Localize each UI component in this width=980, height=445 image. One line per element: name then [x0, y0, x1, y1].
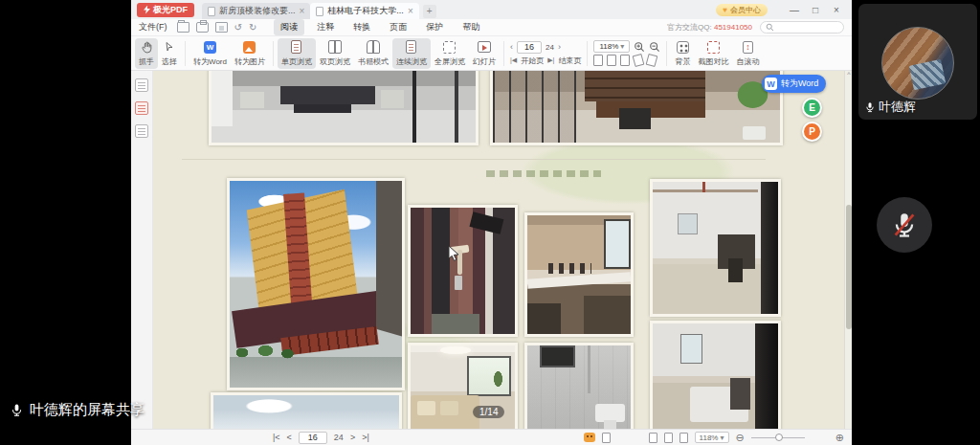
convert-to-word-button[interactable]: W 转为Word — [189, 38, 231, 69]
screen-share-text: 叶德辉的屏幕共享 — [30, 401, 145, 419]
next-page-button[interactable]: › — [558, 42, 561, 52]
zoom-out-icon[interactable] — [649, 41, 660, 53]
continuous-view-button[interactable]: 连续浏览 — [392, 38, 431, 69]
outline-panel-icon[interactable] — [135, 78, 148, 92]
app-logo-label: 极光PDF — [153, 4, 188, 16]
toolbar-divider — [273, 41, 274, 66]
maximize-button[interactable]: □ — [808, 5, 823, 15]
thumbnails-panel-icon[interactable] — [135, 101, 148, 115]
select-tool-label: 选择 — [162, 56, 177, 67]
menu-tab-page[interactable]: 页面 — [383, 19, 413, 35]
double-page-view-icon[interactable] — [664, 433, 673, 443]
zoom-in-icon[interactable] — [634, 41, 645, 53]
convert-to-image-button[interactable]: 转为图片 — [231, 38, 269, 69]
zoom-level-select[interactable]: 118% ▾ — [695, 432, 729, 443]
single-page-view-icon[interactable] — [649, 433, 657, 443]
minimize-button[interactable]: — — [787, 5, 802, 15]
page-tool-icon[interactable] — [593, 55, 603, 66]
title-bar: 极光PDF 新房顶楼装修改要... × 桂林电子科技大学... × + ♥ 会员… — [131, 0, 852, 19]
first-page-icon[interactable]: |◀ — [510, 56, 517, 64]
close-tab-icon[interactable]: × — [300, 6, 305, 16]
photo-shape — [604, 219, 631, 269]
book-mode-button[interactable]: 书籍模式 — [354, 38, 392, 69]
page-tool-icon[interactable] — [607, 55, 616, 66]
background-button[interactable]: 背景 — [671, 38, 694, 69]
background-label: 背景 — [675, 56, 690, 67]
save-icon[interactable] — [215, 22, 228, 33]
continuous-view-icon[interactable] — [679, 433, 688, 443]
previous-page-button[interactable]: ‹ — [510, 42, 513, 52]
zoom-in-button[interactable]: ⊕ — [835, 432, 844, 444]
microphone-muted-button[interactable] — [877, 197, 932, 253]
next-page-button[interactable]: > — [350, 433, 355, 442]
previous-page-button[interactable]: < — [287, 433, 292, 442]
book-icon — [367, 40, 380, 55]
photo-shape — [588, 345, 590, 393]
vertical-scrollbar[interactable]: ^ — [844, 71, 852, 429]
photo-shape — [548, 263, 591, 274]
menu-tab-protect[interactable]: 保护 — [419, 19, 450, 35]
fullscreen-view-button[interactable]: 全屏浏览 — [431, 38, 469, 69]
convert-to-word-floating-button[interactable]: W 转为Word — [762, 75, 826, 93]
bookmarks-panel-icon[interactable] — [135, 124, 148, 138]
word-badge: W — [765, 78, 777, 90]
convert-to-excel-floating-button[interactable]: E — [802, 98, 822, 118]
menu-tab-annotate[interactable]: 注释 — [310, 19, 341, 35]
start-page-label[interactable]: 开始页 — [521, 56, 544, 66]
photo-shape — [596, 101, 705, 118]
menu-file[interactable]: 文件(F) — [139, 21, 167, 33]
page-tool-icon[interactable] — [620, 55, 630, 66]
open-folder-icon[interactable] — [177, 22, 189, 33]
member-center-button[interactable]: ♥ 会员中心 — [716, 4, 768, 16]
select-tool-button[interactable]: 选择 — [158, 38, 181, 69]
close-tab-icon[interactable]: × — [408, 6, 413, 16]
rotate-left-icon[interactable] — [633, 54, 645, 67]
menu-tab-help[interactable]: 帮助 — [456, 19, 486, 35]
page-number-input[interactable]: 16 — [517, 41, 542, 54]
first-page-button[interactable]: |< — [273, 433, 280, 442]
document-icon — [316, 7, 323, 16]
single-page-view-button[interactable]: 单页浏览 — [278, 38, 316, 69]
photo-shape — [213, 395, 399, 429]
auto-scroll-icon: ↕ — [743, 40, 753, 55]
zoom-level-select[interactable]: 118% ▾ — [593, 40, 630, 53]
assistant-icon[interactable] — [584, 433, 595, 442]
search-input[interactable] — [760, 21, 844, 33]
page-info-icon[interactable] — [602, 433, 611, 443]
convert-to-ppt-floating-button[interactable]: P — [802, 122, 822, 142]
print-icon[interactable] — [196, 22, 209, 33]
participant-video-tile[interactable]: 叶德辉 — [858, 4, 977, 120]
document-tab-1[interactable]: 新房顶楼装修改要... × — [202, 3, 310, 19]
last-page-icon[interactable]: ▶| — [547, 56, 554, 64]
zoom-out-button[interactable]: ⊖ — [736, 432, 745, 444]
photo-shape — [280, 86, 375, 105]
scrollbar-thumb[interactable] — [846, 205, 852, 329]
close-button[interactable]: × — [829, 5, 844, 15]
grab-tool-button[interactable]: 抓手 — [135, 38, 158, 69]
page-number-input[interactable]: 16 — [299, 432, 327, 444]
zoom-slider-knob[interactable] — [775, 434, 783, 441]
photo-sky — [211, 392, 402, 429]
new-tab-button[interactable]: + — [423, 5, 436, 18]
menu-tab-read[interactable]: 阅读 — [274, 19, 304, 35]
end-page-label[interactable]: 结束页 — [558, 56, 581, 66]
slideshow-button[interactable]: 幻灯片 — [469, 38, 500, 69]
undo-icon[interactable]: ↺ — [234, 22, 242, 33]
status-bar: |< < 16 24 > >| 118% ▾ ⊖ — [131, 429, 852, 445]
continuous-view-label: 连续浏览 — [396, 56, 427, 67]
pdf-viewer[interactable]: 1/14 W 转为Word E P ^ — [153, 71, 852, 429]
rotate-right-icon[interactable] — [646, 54, 658, 67]
microphone-icon — [864, 101, 876, 113]
page-gap-line — [182, 159, 766, 160]
zoom-slider[interactable] — [751, 437, 805, 438]
auto-scroll-button[interactable]: ↕ 自滚动 — [732, 38, 763, 69]
menu-tab-convert[interactable]: 转换 — [346, 19, 377, 35]
app-logo[interactable]: 极光PDF — [137, 3, 194, 17]
last-page-button[interactable]: >| — [362, 433, 369, 442]
photo-room-bed — [650, 321, 781, 429]
scroll-up-arrow[interactable]: ^ — [845, 71, 852, 78]
screenshot-compare-button[interactable]: 截图对比 — [694, 38, 732, 69]
redo-icon[interactable]: ↻ — [249, 22, 256, 33]
double-page-view-button[interactable]: 双页浏览 — [316, 38, 354, 69]
document-tab-2[interactable]: 桂林电子科技大学... × — [310, 3, 418, 19]
